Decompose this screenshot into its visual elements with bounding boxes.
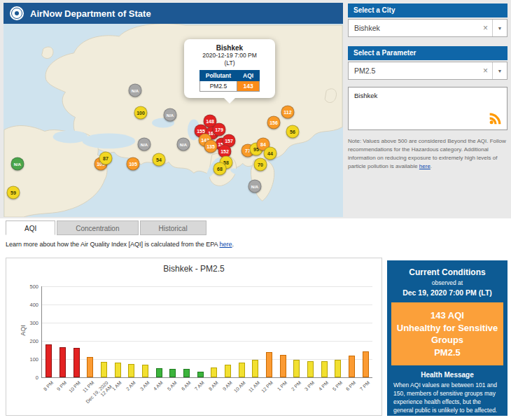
aqi-bar[interactable] xyxy=(239,363,245,377)
aqi-bar[interactable] xyxy=(128,364,134,378)
aqi-marker[interactable]: 105 xyxy=(127,158,140,171)
aqi-marker[interactable]: 179 xyxy=(213,123,226,136)
aqi-marker[interactable]: 56 xyxy=(286,125,300,139)
aqi-bar[interactable] xyxy=(156,368,162,377)
y-axis-tick-label: 200 xyxy=(29,338,38,344)
health-message-text: When AQI values are between 101 and 150,… xyxy=(387,379,507,415)
aqi-bar[interactable] xyxy=(335,360,341,377)
conditions-title: Current Conditions xyxy=(387,267,507,277)
feed-city-label: Bishkek xyxy=(349,88,507,104)
aqi-map[interactable]: N/A100N/AN/AN/AN/A5910387105541481551671… xyxy=(4,24,343,217)
aqi-bar[interactable] xyxy=(252,360,258,377)
aqi-marker[interactable]: N/A xyxy=(138,138,151,151)
marker-layer: N/A100N/AN/AN/AN/A5910387105541481551671… xyxy=(4,24,343,217)
aqi-marker[interactable]: N/A xyxy=(248,180,262,193)
y-axis-tick-label: 0 xyxy=(36,374,38,381)
city-select[interactable]: Bishkek × ▼ xyxy=(348,19,507,37)
parameter-select-value: PM2.5 xyxy=(349,66,479,75)
aqi-bar[interactable] xyxy=(293,360,300,377)
aqi-bar[interactable] xyxy=(87,357,93,377)
aqi-bar[interactable] xyxy=(349,356,355,377)
rss-icon[interactable] xyxy=(489,111,503,125)
current-conditions-panel: Current Conditions observed at Dec 19, 2… xyxy=(387,260,507,416)
conditions-datetime: Dec 19, 2020 7:00 PM (LT) xyxy=(387,288,507,297)
note-here-link[interactable]: here xyxy=(419,163,430,169)
chart-plot-area: 01002003004005008 PM9 PM10 PM11 PMDec 19… xyxy=(41,286,372,378)
conditions-observed-label: observed at xyxy=(387,279,507,286)
x-axis-label: 10 PM xyxy=(68,380,82,394)
feed-box: Bishkek xyxy=(348,87,507,130)
aqi-marker[interactable]: 44 xyxy=(264,147,277,160)
gridline xyxy=(42,286,372,287)
x-axis-label: 5 PM xyxy=(331,380,343,392)
select-city-header: Select a City xyxy=(348,4,507,18)
aqi-note: Note: Values above 500 are considered Be… xyxy=(348,137,506,171)
parameter-select[interactable]: PM2.5 × ▼ xyxy=(348,62,507,80)
dos-seal-icon xyxy=(9,6,24,21)
x-axis-label: 9 AM xyxy=(221,380,233,392)
map-popup: Bishkek 2020-12-19 7:00 PM (LT) Pollutan… xyxy=(184,39,275,98)
aqi-bar[interactable] xyxy=(74,348,80,377)
gridline xyxy=(42,323,372,323)
aqi-marker[interactable]: 54 xyxy=(153,153,166,167)
aqi-bar[interactable] xyxy=(59,347,66,377)
x-axis-label: 11 AM xyxy=(247,380,261,394)
y-axis-tick-label: 500 xyxy=(29,284,38,290)
popup-aqi-value: 143 xyxy=(237,81,260,92)
aqi-bar[interactable] xyxy=(183,369,190,377)
aqi-bar[interactable] xyxy=(197,372,204,377)
aqi-bar[interactable] xyxy=(101,362,107,377)
city-clear-icon[interactable]: × xyxy=(479,23,492,33)
x-axis-label: 6 PM xyxy=(345,380,357,392)
aqi-bar[interactable] xyxy=(225,365,231,377)
parameter-dropdown-arrow-icon[interactable]: ▼ xyxy=(492,62,507,79)
parameter-clear-icon[interactable]: × xyxy=(479,66,492,76)
y-axis-tick-label: 100 xyxy=(29,356,38,363)
x-axis-label: 7 AM xyxy=(194,380,206,392)
city-select-value: Bishkek xyxy=(349,24,479,32)
x-axis-label: 2 PM xyxy=(290,380,302,392)
aqi-marker[interactable]: 112 xyxy=(281,106,295,119)
aqi-marker[interactable]: 156 xyxy=(267,116,281,130)
aqi-bar[interactable] xyxy=(211,368,217,377)
aqi-marker[interactable]: 100 xyxy=(134,106,148,120)
aqi-marker[interactable]: 135 xyxy=(204,140,218,153)
aqi-bar[interactable] xyxy=(46,344,52,377)
aqi-bar[interactable] xyxy=(115,363,121,377)
aqi-bar[interactable] xyxy=(321,361,328,377)
aqi-marker[interactable]: N/A xyxy=(129,84,142,97)
aqi-marker[interactable]: N/A xyxy=(11,158,24,171)
aqi-marker[interactable]: N/A xyxy=(177,138,190,151)
x-axis-label: 3 PM xyxy=(304,380,316,392)
x-axis-label: 4 AM xyxy=(153,380,164,392)
aqi-marker[interactable]: 68 xyxy=(214,162,227,176)
tab-historical[interactable]: Historical xyxy=(140,220,206,235)
popup-col-pollutant: Pollutant xyxy=(200,71,237,81)
app-header: AirNow Department of State xyxy=(4,3,343,24)
tab-concentration[interactable]: Concentration xyxy=(57,220,138,235)
aqi-bar[interactable] xyxy=(363,351,369,377)
conditions-aqi-pollutant: PM2.5 xyxy=(396,346,499,359)
popup-aqi-table: Pollutant AQI PM2.5 143 xyxy=(200,70,260,92)
aqi-bar[interactable] xyxy=(266,352,272,377)
gridline xyxy=(42,341,372,342)
aqi-bar[interactable] xyxy=(142,365,148,377)
conditions-aqi-value: 143 AQI xyxy=(396,309,499,322)
aqi-marker[interactable]: 59 xyxy=(7,186,20,200)
conditions-aqi-category: Unhealthy for Sensitive Groups xyxy=(396,322,499,346)
x-axis-label: 3 AM xyxy=(139,380,150,392)
popup-col-aqi: AQI xyxy=(237,71,260,81)
tab-aqi[interactable]: AQI xyxy=(6,220,55,235)
city-dropdown-arrow-icon[interactable]: ▼ xyxy=(492,20,507,36)
aqi-bar[interactable] xyxy=(307,361,314,377)
aqi-marker[interactable]: 70 xyxy=(254,158,267,172)
aqi-bar[interactable] xyxy=(280,355,286,378)
popup-city: Bishkek xyxy=(188,44,271,52)
aqi-marker[interactable]: N/A xyxy=(164,108,177,122)
x-axis-label: 8 PM xyxy=(42,380,54,392)
aqi-marker[interactable]: 87 xyxy=(99,152,113,165)
aqi-bar[interactable] xyxy=(169,369,176,377)
learn-more-text: Learn more about how the Air Quality Ind… xyxy=(6,241,234,248)
chart-title: Bishkek - PM2.5 xyxy=(6,264,382,274)
learn-more-here-link[interactable]: here xyxy=(220,241,232,248)
